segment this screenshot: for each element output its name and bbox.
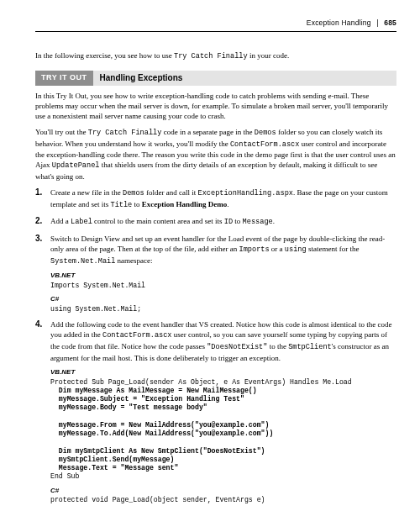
paragraph-2: You'll try out the Try Catch Finally cod… [35, 127, 396, 182]
running-header: Exception Handling | 685 [35, 18, 396, 32]
vbnet-label-2: VB.NET [50, 368, 396, 377]
header-separator: | [376, 18, 378, 27]
step-4: Add the following code to the event hand… [35, 319, 396, 504]
csharp-code-1: using System.Net.Mail; [50, 305, 396, 314]
step-2: Add a Label control to the main content … [35, 216, 396, 228]
vbnet-code-1: Imports System.Net.Mail [50, 282, 396, 290]
csharp-label-2: C# [50, 487, 396, 496]
step-1: Create a new file in the Demos folder an… [35, 187, 396, 210]
tryitout-tag: TRY IT OUT [35, 71, 93, 86]
tryitout-title: Handling Exceptions [93, 71, 397, 86]
step-4-text: Add the following code to the event hand… [50, 320, 391, 361]
csharp-label: C# [50, 295, 396, 304]
vbnet-label: VB.NET [50, 271, 396, 281]
paragraph-1: In this Try It Out, you see how to write… [35, 91, 396, 121]
vbnet-code-2: Protected Sub Page_Load(sender As Object… [50, 378, 396, 482]
page-number: 685 [384, 18, 396, 27]
section-name: Exception Handling [307, 18, 371, 27]
step-1-text: Create a new file in the Demos folder an… [50, 188, 388, 208]
step-3: Switch to Design View and set up an even… [35, 234, 396, 314]
csharp-code-2: protected void Page_Load(object sender, … [50, 496, 396, 504]
tryitout-bar: TRY IT OUT Handling Exceptions [35, 71, 396, 86]
step-2-text: Add a Label control to the main content … [50, 217, 275, 225]
intro-paragraph: In the following exercise, you see how t… [35, 50, 396, 62]
steps-list: Create a new file in the Demos folder an… [35, 187, 396, 505]
step-3-text: Switch to Design View and set up an even… [50, 235, 385, 265]
